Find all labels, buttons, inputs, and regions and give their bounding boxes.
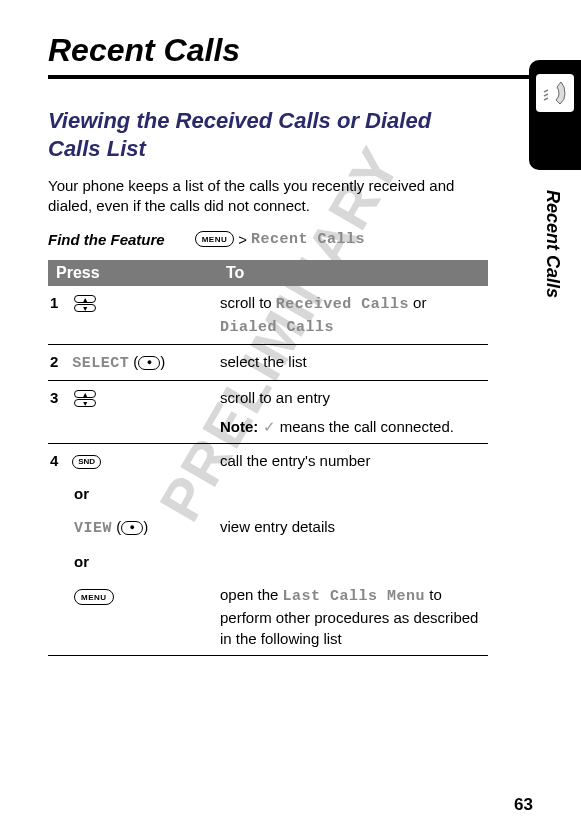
check-icon: ✓ xyxy=(263,418,276,435)
table-row: 3 ▲ ▼ scroll to an entry Note: ✓ means t… xyxy=(48,380,488,443)
or-label: or xyxy=(50,483,210,504)
table-row: 2 SELECT (●) select the list xyxy=(48,344,488,380)
table-row: VIEW (●) view entry details xyxy=(48,510,488,545)
row4b-text: view entry details xyxy=(218,510,488,545)
feature-path-text: Recent Calls xyxy=(251,231,365,248)
find-feature-label: Find the Feature xyxy=(48,231,165,248)
soft-key-icon: ● xyxy=(138,356,160,370)
menu-key-icon: MENU xyxy=(195,231,235,247)
row2-text: select the list xyxy=(218,344,488,380)
find-feature-row: Find the Feature MENU > Recent Calls xyxy=(48,231,533,248)
page-title: Recent Calls xyxy=(48,32,533,69)
table-row: or xyxy=(48,477,488,510)
select-label: SELECT xyxy=(72,355,129,372)
row4c-pre: open the xyxy=(220,586,283,603)
intro-text: Your phone keeps a list of the calls you… xyxy=(48,176,478,217)
section-subtitle: Viewing the Received Calls or Dialed Cal… xyxy=(48,107,448,162)
table-row: or xyxy=(48,545,488,578)
note-label: Note: xyxy=(220,418,258,435)
row1-text-mid: or xyxy=(409,294,427,311)
scroll-key-icon: ▲ ▼ xyxy=(74,295,96,312)
note-text: means the call connected. xyxy=(276,418,454,435)
table-row: 4 SND call the entry's number xyxy=(48,443,488,477)
find-feature-path: MENU > Recent Calls xyxy=(195,231,365,248)
snd-key-icon: SND xyxy=(72,455,101,469)
soft-key-icon: ● xyxy=(121,521,143,535)
table-header-row: Press To xyxy=(48,260,488,286)
step-number: 3 xyxy=(50,387,68,408)
row3-text: scroll to an entry xyxy=(220,387,480,408)
separator: > xyxy=(238,231,247,248)
title-underline xyxy=(48,75,533,79)
row4c-mono: Last Calls Menu xyxy=(283,588,426,605)
page-number: 63 xyxy=(514,795,533,815)
step-number: 2 xyxy=(50,351,68,372)
menu-key-icon: MENU xyxy=(74,589,114,605)
col-to: To xyxy=(218,260,488,286)
table-row: 1 ▲ ▼ scroll to Received Calls or Dialed… xyxy=(48,286,488,345)
row1-mono1: Received Calls xyxy=(276,296,409,313)
scroll-key-icon: ▲ ▼ xyxy=(74,390,96,407)
col-press: Press xyxy=(48,260,218,286)
table-row: MENU open the Last Calls Menu to perform… xyxy=(48,578,488,656)
row1-text-pre: scroll to xyxy=(220,294,276,311)
view-label: VIEW xyxy=(74,520,112,537)
step-number: 4 xyxy=(50,450,68,471)
row4a-text: call the entry's number xyxy=(218,443,488,477)
row1-mono2: Dialed Calls xyxy=(220,319,334,336)
step-number: 1 xyxy=(50,292,68,313)
or-label: or xyxy=(50,551,210,572)
instructions-table: Press To 1 ▲ ▼ scroll to Received Calls … xyxy=(48,260,488,656)
